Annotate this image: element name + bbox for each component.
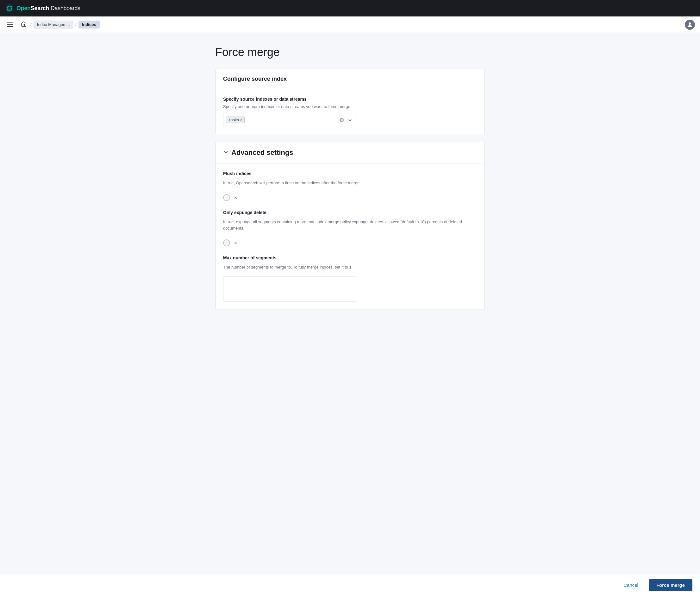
source-index-tag-input[interactable]: .tasks × [223, 114, 356, 126]
page-content: Force merge Configure source index Speci… [208, 33, 492, 349]
svg-point-1 [11, 6, 12, 7]
force-merge-button[interactable]: Force merge [649, 579, 693, 591]
opensearch-logo-icon [5, 4, 14, 13]
advanced-settings-body: Flush indices If true, Opensearch will p… [215, 164, 485, 309]
flush-indices-field: Flush indices If true, Opensearch will p… [223, 171, 477, 201]
max-segments-input[interactable] [223, 276, 356, 301]
advanced-settings-card: Advanced settings Flush indices If true,… [215, 142, 485, 309]
max-segments-description: The number of segments to merge to. To f… [223, 264, 477, 270]
home-icon [21, 21, 27, 27]
flush-indices-description: If true, Opensearch will perform a flush… [223, 180, 477, 186]
tag-input-dropdown-button[interactable] [347, 117, 353, 123]
max-segments-field: Max number of segments The number of seg… [223, 255, 477, 301]
cancel-button[interactable]: Cancel [617, 579, 645, 591]
source-index-card: Configure source index Specify source in… [215, 69, 485, 134]
user-icon [687, 22, 693, 28]
user-avatar[interactable] [685, 20, 695, 30]
source-index-card-body: Specify source indexes or data streams S… [215, 89, 485, 134]
breadcrumb-indices[interactable]: Indices [78, 21, 100, 28]
breadcrumb-separator-2: / [75, 22, 77, 27]
breadcrumb-separator-1: / [30, 22, 32, 27]
source-index-card-header: Configure source index [215, 69, 485, 89]
advanced-settings-label: Advanced settings [231, 149, 293, 157]
flush-indices-toggle-circle [223, 194, 230, 201]
expunge-delete-label: Only expunge delete [223, 210, 477, 215]
clear-icon [339, 118, 344, 123]
chevron-down-icon [347, 118, 353, 123]
flush-indices-toggle-row: ✕ [223, 194, 477, 201]
page-footer: Cancel Force merge [0, 574, 700, 596]
tag-input-clear-button[interactable] [339, 117, 345, 123]
chevron-down-advanced-icon [223, 149, 229, 156]
advanced-settings-toggle[interactable]: Advanced settings [215, 142, 485, 164]
expunge-delete-toggle-circle [223, 240, 230, 246]
source-index-card-title: Configure source index [223, 76, 287, 82]
tasks-tag-remove[interactable]: × [240, 118, 242, 122]
svg-point-2 [7, 9, 8, 10]
logo-text: OpenSearch Dashboards [17, 5, 80, 12]
hamburger-button[interactable] [5, 21, 15, 29]
tasks-tag: .tasks × [226, 117, 244, 123]
breadcrumb-index-management[interactable]: Index Managem... [33, 21, 73, 28]
logo: OpenSearch Dashboards [5, 4, 80, 13]
expunge-delete-toggle-row: ✕ [223, 240, 477, 246]
svg-point-0 [6, 4, 14, 13]
source-index-field-label: Specify source indexes or data streams [223, 97, 477, 102]
home-button[interactable] [19, 19, 28, 30]
source-index-field-description: Specify one or more indexes or data stre… [223, 103, 477, 110]
page-title: Force merge [215, 46, 485, 59]
top-nav: OpenSearch Dashboards [0, 0, 700, 17]
tasks-tag-label: .tasks [228, 118, 239, 122]
expunge-delete-field: Only expunge delete If true, expunge all… [223, 210, 477, 246]
flush-indices-toggle-x: ✕ [234, 195, 237, 200]
expunge-delete-description: If true, expunge all segments containing… [223, 219, 477, 231]
flush-indices-label: Flush indices [223, 171, 477, 176]
max-segments-label: Max number of segments [223, 255, 477, 260]
expunge-delete-toggle-x: ✕ [234, 241, 237, 245]
breadcrumb-bar: / Index Managem... / Indices [0, 17, 700, 33]
